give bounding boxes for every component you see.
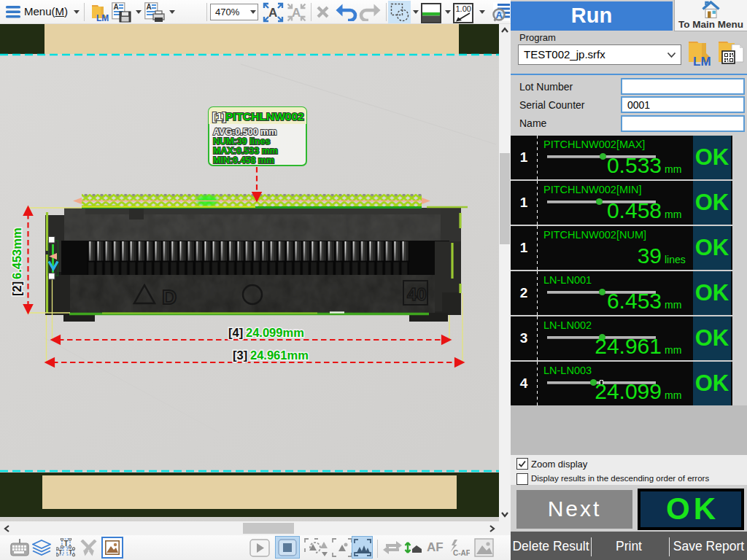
svg-text:C-AF: C-AF: [453, 549, 470, 557]
svg-text:T: T: [58, 548, 63, 556]
svg-text:24.961mm: 24.961mm: [250, 349, 309, 362]
svg-text:24.099mm: 24.099mm: [246, 326, 304, 339]
svg-text:LM: LM: [96, 13, 109, 22]
svg-text:MAX:0.533 mm: MAX:0.533 mm: [213, 146, 278, 156]
svg-text:MIN:0.458 mm: MIN:0.458 mm: [213, 155, 274, 166]
svg-text:NUM:39 lines: NUM:39 lines: [213, 136, 271, 147]
svg-text:A: A: [268, 6, 277, 20]
svg-text:40: 40: [407, 284, 427, 304]
svg-text:[3]: [3]: [233, 349, 247, 362]
svg-text:[2]: [2]: [10, 281, 23, 296]
svg-text:AVG:0.500 mm: AVG:0.500 mm: [213, 127, 276, 137]
svg-text:[4]: [4]: [228, 326, 243, 339]
svg-text:6.453mm: 6.453mm: [10, 228, 23, 279]
svg-text:[1]: [1]: [212, 110, 226, 122]
svg-text:A: A: [292, 6, 301, 20]
svg-text:A: A: [114, 3, 119, 11]
svg-text:1.00: 1.00: [456, 4, 471, 13]
svg-text:A: A: [147, 3, 152, 11]
svg-text:A: A: [496, 9, 503, 20]
svg-text:PITCHLNW002: PITCHLNW002: [225, 110, 304, 122]
svg-text:D: D: [162, 286, 177, 308]
svg-text:LM: LM: [693, 55, 711, 66]
svg-text:T: T: [64, 540, 69, 548]
